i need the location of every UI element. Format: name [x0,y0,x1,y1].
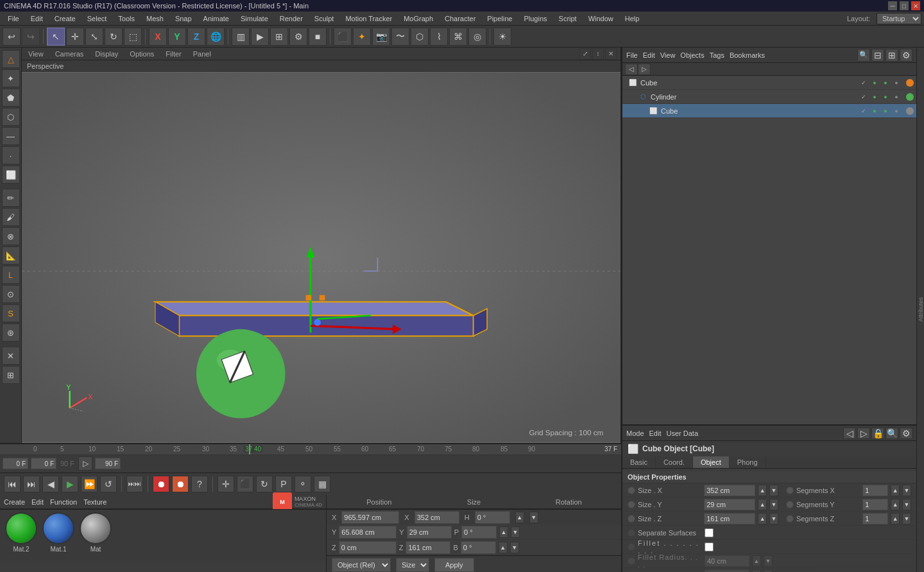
size-x-attr-input[interactable] [704,485,755,496]
obj-vis1[interactable]: ● [870,78,879,87]
pos-z-input[interactable] [339,541,397,554]
rot-h-up[interactable]: ▲ [515,512,524,523]
attr-mode[interactable]: Mode [626,429,644,437]
size-y-up[interactable]: ▲ [758,499,767,510]
obj-render2[interactable]: ● [881,92,890,101]
scale-tool-btn[interactable]: ⤡ [85,28,103,46]
deformer-btn[interactable]: ⌇ [430,28,448,46]
record-all-btn[interactable]: ⏺ [172,476,189,492]
sep-surf-radio[interactable] [628,529,635,537]
obj-render1[interactable]: ● [881,78,890,87]
frame-forward-btn[interactable]: ▷ [78,456,92,471]
pos-y-input[interactable] [339,526,397,539]
fillet-radio[interactable] [628,543,635,551]
edge-mode-btn[interactable]: — [2,127,20,145]
material-mat1[interactable]: Mat.1 [42,512,74,553]
loop-btn[interactable]: ↺ [100,476,117,492]
obj-objects[interactable]: Objects [680,51,704,59]
attr-search-btn[interactable]: 🔍 [886,428,898,439]
rule-btn[interactable]: L [2,266,20,284]
prev-key-btn[interactable]: ⏭ [23,476,40,492]
attr-fwd-btn[interactable]: ▷ [857,428,870,439]
obj-search-btn[interactable]: 🔍 [857,49,870,62]
attr-settings-btn[interactable]: ⚙ [900,428,912,439]
obj-vis3[interactable]: ● [870,107,879,116]
render-settings-btn[interactable]: ⚙ [289,28,307,46]
object-mode-select[interactable]: Object (Rel) Object (Abs) World [332,558,391,572]
start-frame-input[interactable] [3,458,28,469]
obj-check3[interactable]: ✓ [859,107,868,116]
record-active-btn[interactable]: ⏺ [153,476,169,492]
point-key-btn[interactable]: ⚬ [295,476,311,492]
scale-key-btn[interactable]: ⬛ [237,476,253,492]
fillet-rad-input[interactable] [705,555,749,567]
tab-display[interactable]: Display [91,49,122,59]
obj-lock3[interactable]: ● [892,107,901,116]
brush-btn[interactable]: ✏ [2,189,20,207]
rot-b-up[interactable]: ▲ [499,542,508,553]
size-y-radio[interactable] [628,501,635,508]
seg-z-radio[interactable] [786,515,794,523]
tab-basic[interactable]: Basic [622,456,656,468]
rot-p-input[interactable] [461,526,497,539]
tab-filter[interactable]: Filter [162,49,185,59]
play-reverse-btn[interactable]: ◀ [42,476,59,492]
tab-object[interactable]: Object [693,456,730,468]
seg-y-input[interactable] [862,499,888,510]
menu-mograph[interactable]: MoGraph [398,13,438,24]
menu-sculpt[interactable]: Sculpt [309,13,339,24]
axis-x-btn[interactable]: X [149,28,167,46]
menu-file[interactable]: File [3,13,24,24]
measure-btn[interactable]: ⊙ [2,285,20,303]
seg-z-up[interactable]: ▲ [891,513,900,524]
world-axis-btn[interactable]: 🌐 [207,28,225,46]
obj-collapse-btn[interactable]: ⊟ [871,49,884,62]
render-region-btn[interactable]: ▥ [232,28,250,46]
scene-btn[interactable]: ◎ [468,28,486,46]
layer-btn[interactable]: ⊞ [2,366,20,384]
size-x-input[interactable] [415,511,459,524]
vp-close-btn[interactable]: ✕ [605,48,617,60]
size-z-attr-input[interactable] [704,513,755,524]
model-mode-btn[interactable]: △ [2,50,20,68]
tab-cameras[interactable]: Cameras [51,49,88,59]
select-tool-btn[interactable]: ↖ [47,28,65,46]
menu-script[interactable]: Script [554,13,582,24]
menu-window[interactable]: Window [583,13,619,24]
size-y-down[interactable]: ▼ [769,499,778,510]
obj-row-cube-1[interactable]: ⬜ Cube ✓ ● ● ● [622,76,916,90]
seg-z-input[interactable] [862,513,888,524]
light-btn2[interactable]: ☀ [493,28,511,46]
fillet-sub-up[interactable]: ▲ [752,569,761,573]
mat-edit[interactable]: Edit [31,498,44,506]
obj-settings-btn[interactable]: ⚙ [900,49,912,62]
pos-key-btn[interactable]: ✛ [218,476,234,492]
rot-b-down[interactable]: ▼ [510,542,519,553]
obj-edit[interactable]: Edit [643,51,655,59]
attr-user-data[interactable]: User Data [667,429,699,437]
go-end-btn[interactable]: ⏭⏭ [126,476,143,492]
seg-y-up[interactable]: ▲ [891,499,900,510]
size-x-up[interactable]: ▲ [758,485,767,496]
obj-view[interactable]: View [660,51,676,59]
seg-y-down[interactable]: ▼ [902,499,911,510]
size-x-radio[interactable] [628,487,635,494]
menu-pipeline[interactable]: Pipeline [482,13,517,24]
close-btn[interactable]: ✕ [911,1,920,10]
xpresso-btn[interactable]: ✕ [2,347,20,365]
menu-simulate[interactable]: Simulate [235,13,273,24]
attributes-label[interactable]: Attributes [918,297,924,322]
fillet-check[interactable] [705,542,714,551]
fillet-rad-radio[interactable] [628,557,635,565]
obj-check1[interactable]: ✓ [859,78,868,87]
tab-panel[interactable]: Panel [189,49,215,59]
rotate-tool-btn[interactable]: ↻ [105,28,123,46]
tab-options[interactable]: Options [126,49,158,59]
mat-function[interactable]: Function [50,498,77,506]
obj-lock1[interactable]: ● [892,78,901,87]
size-y-input[interactable] [407,526,452,539]
obj-expand-btn[interactable]: ⊞ [886,49,898,62]
menu-render[interactable]: Render [275,13,308,24]
camera-tool-btn[interactable]: 📷 [372,28,390,46]
go-start-btn[interactable]: ⏮ [4,476,21,492]
